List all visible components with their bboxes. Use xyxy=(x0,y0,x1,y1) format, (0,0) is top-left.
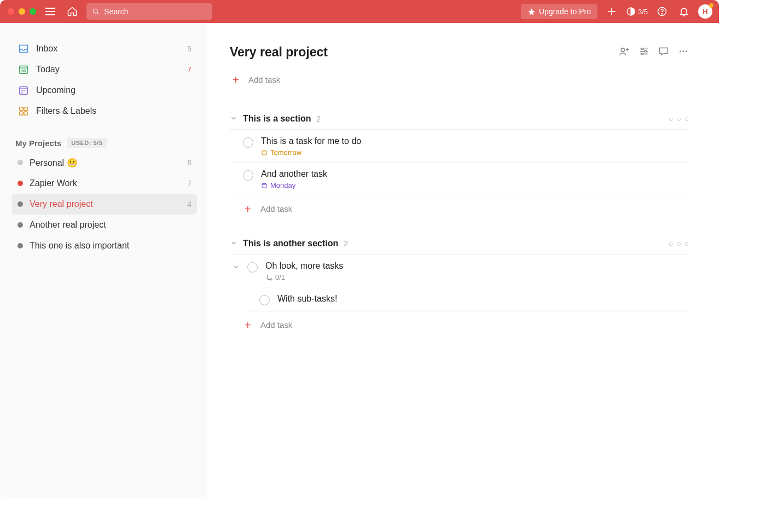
task-title: Oh look, more tasks xyxy=(265,261,343,271)
project-count: 6 xyxy=(187,158,192,167)
window-traffic-lights[interactable] xyxy=(8,8,36,15)
main-content: Very real project + Add task This is a s… xyxy=(207,23,719,499)
task-checkbox[interactable] xyxy=(247,262,258,273)
svg-rect-21 xyxy=(24,112,27,115)
add-task-button[interactable]: + Add task xyxy=(230,311,689,331)
search-icon xyxy=(92,7,100,16)
svg-point-30 xyxy=(642,53,643,55)
chevron-down-icon[interactable] xyxy=(232,263,240,273)
sidebar-item-count: 5 xyxy=(187,44,192,53)
star-icon xyxy=(527,8,536,16)
filter-icon[interactable] xyxy=(638,45,650,59)
chevron-down-icon[interactable] xyxy=(230,114,237,124)
section-count: 2 xyxy=(316,114,321,123)
svg-line-4 xyxy=(97,13,98,14)
section-header[interactable]: This is another section 2 ○ ○ ○ xyxy=(230,239,689,255)
project-name: Another real project xyxy=(30,220,106,230)
project-name: Very real project xyxy=(30,199,93,209)
upgrade-label: Upgrade to Pro xyxy=(539,7,591,16)
project-item[interactable]: This one is also important xyxy=(12,235,197,256)
section-more-icon[interactable]: ○ ○ ○ xyxy=(669,114,689,123)
task-row[interactable]: Oh look, more tasks 0/1 xyxy=(230,255,689,287)
help-icon[interactable] xyxy=(654,4,670,19)
project-count: 7 xyxy=(187,179,192,188)
add-icon[interactable] xyxy=(604,4,619,19)
subtask-progress: 0/1 xyxy=(265,273,343,281)
svg-rect-18 xyxy=(20,107,23,111)
inbox-icon xyxy=(18,43,30,55)
svg-point-38 xyxy=(270,279,272,280)
sidebar-item-count: 7 xyxy=(187,65,192,74)
avatar[interactable]: H xyxy=(698,4,712,19)
svg-point-29 xyxy=(645,50,646,52)
project-item[interactable]: Another real project xyxy=(12,215,197,235)
project-item[interactable]: Personal 😬 6 xyxy=(12,152,197,173)
sidebar-item-label: Inbox xyxy=(36,44,57,54)
plus-icon: + xyxy=(231,74,241,85)
grid-icon xyxy=(18,105,30,117)
home-icon[interactable] xyxy=(65,4,80,19)
upgrade-button[interactable]: Upgrade to Pro xyxy=(521,4,597,19)
plus-icon: + xyxy=(243,319,253,331)
svg-rect-20 xyxy=(20,112,23,115)
project-name: This one is also important xyxy=(30,241,129,251)
calendar-icon xyxy=(18,84,30,96)
sidebar-item-filters[interactable]: Filters & Labels xyxy=(12,101,197,122)
task-title: And another task xyxy=(261,169,327,179)
add-task-button[interactable]: + Add task xyxy=(230,70,689,90)
task-title: This is a task for me to do xyxy=(261,136,361,146)
search-input[interactable] xyxy=(86,3,212,20)
project-item[interactable]: Very real project 4 xyxy=(12,194,197,215)
sidebar-item-upcoming[interactable]: Upcoming xyxy=(12,80,197,101)
svg-point-9 xyxy=(661,14,662,14)
svg-rect-34 xyxy=(262,151,266,155)
page-title: Very real project xyxy=(230,45,328,60)
chevron-down-icon[interactable] xyxy=(230,239,237,248)
notifications-icon[interactable] xyxy=(676,4,692,19)
task-row[interactable]: And another task Monday xyxy=(230,163,689,195)
svg-point-33 xyxy=(686,51,687,53)
svg-point-3 xyxy=(93,9,97,13)
svg-point-31 xyxy=(680,51,681,53)
sidebar-item-label: Filters & Labels xyxy=(36,106,96,116)
plus-icon: + xyxy=(243,203,253,215)
task-checkbox[interactable] xyxy=(259,295,270,305)
productivity-icon xyxy=(626,7,636,16)
menu-icon[interactable] xyxy=(43,4,58,19)
section-title: This is a section xyxy=(243,114,311,124)
comments-icon[interactable] xyxy=(658,45,670,59)
svg-rect-36 xyxy=(262,183,266,188)
project-name: Zapier Work xyxy=(30,178,77,188)
sidebar: Inbox 5 30 Today 7 Upcoming Filters & La… xyxy=(0,23,207,499)
sidebar-item-today[interactable]: 30 Today 7 xyxy=(12,59,197,80)
task-checkbox[interactable] xyxy=(243,170,253,181)
section-title: This is another section xyxy=(243,239,338,248)
project-item[interactable]: Zapier Work 7 xyxy=(12,173,197,194)
project-dot-icon xyxy=(18,160,23,165)
task-title: With sub-tasks! xyxy=(277,294,337,304)
productivity-counter[interactable]: 3/5 xyxy=(626,7,648,16)
svg-rect-19 xyxy=(24,107,27,111)
svg-point-32 xyxy=(683,51,684,53)
calendar-today-icon: 30 xyxy=(18,63,30,76)
subtask-row[interactable]: With sub-tasks! xyxy=(246,287,689,311)
svg-point-28 xyxy=(642,48,643,50)
task-row[interactable]: This is a task for me to do Tomorrow xyxy=(230,130,689,163)
project-count: 4 xyxy=(187,200,192,209)
task-due: Tomorrow xyxy=(261,148,361,157)
projects-header[interactable]: My Projects USED: 5/5 xyxy=(12,138,197,152)
project-dot-icon xyxy=(18,222,23,228)
used-badge: USED: 5/5 xyxy=(67,138,107,148)
project-dot-icon xyxy=(18,243,23,248)
project-dot-icon xyxy=(18,181,23,186)
sidebar-item-label: Upcoming xyxy=(36,85,76,95)
project-name: Personal 😬 xyxy=(30,158,78,168)
section-header[interactable]: This is a section 2 ○ ○ ○ xyxy=(230,114,689,130)
sidebar-item-inbox[interactable]: Inbox 5 xyxy=(12,38,197,59)
share-icon[interactable] xyxy=(618,45,630,59)
add-task-button[interactable]: + Add task xyxy=(230,195,689,215)
task-checkbox[interactable] xyxy=(243,137,253,148)
svg-point-22 xyxy=(621,48,624,51)
section-more-icon[interactable]: ○ ○ ○ xyxy=(669,239,689,248)
more-icon[interactable] xyxy=(677,45,689,59)
